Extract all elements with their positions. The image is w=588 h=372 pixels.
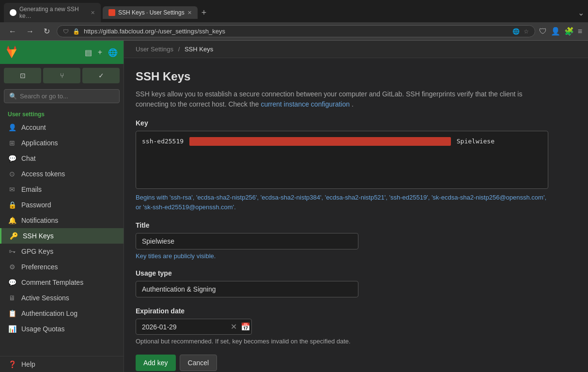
- sidebar-item-access-tokens[interactable]: ⊙ Access tokens: [0, 166, 124, 182]
- app: ▤ + 🌐 ⊡ ⑂ ✓ 🔍 Search or go to... User se…: [0, 41, 588, 372]
- ssh-keys-icon: 🔑: [9, 232, 18, 240]
- date-clear-button[interactable]: ✕: [231, 322, 237, 331]
- issues-tool-button[interactable]: ✓: [82, 68, 120, 83]
- sidebar-item-emails[interactable]: ✉ Emails: [0, 182, 124, 197]
- password-icon: 🔒: [8, 201, 16, 209]
- breadcrumb-parent-link[interactable]: User Settings: [136, 46, 173, 53]
- breadcrumb: User Settings / SSH Keys: [124, 41, 588, 58]
- sidebar-items-container: 👤 Account ⊞ Applications 💬 Chat ⊙ Access…: [0, 120, 124, 337]
- title-section: Title Key titles are publicly visible.: [136, 221, 548, 260]
- expiration-hint: Optional but recommended. If set, key be…: [136, 338, 548, 345]
- breadcrumb-current: SSH Keys: [185, 46, 213, 53]
- notifications-icon: 🔔: [8, 217, 16, 224]
- sidebar-item-account[interactable]: 👤 Account: [0, 120, 124, 135]
- tab-1[interactable]: Generating a new SSH ke… ✕: [4, 3, 101, 22]
- applications-icon: ⊞: [8, 139, 16, 147]
- sidebar: ▤ + 🌐 ⊡ ⑂ ✓ 🔍 Search or go to... User se…: [0, 41, 124, 372]
- tab-1-close[interactable]: ✕: [91, 10, 95, 16]
- sidebar-item-gpg-keys-label: GPG Keys: [21, 248, 53, 255]
- comment-templates-icon: 💬: [8, 279, 16, 286]
- sidebar-help-label: Help: [21, 360, 35, 368]
- refresh-button[interactable]: ↻: [41, 26, 53, 37]
- key-section: Key ssh-ed25519 Spielwiese Begins with '…: [136, 119, 548, 212]
- sidebar-item-authentication-log[interactable]: 📋 Authentication Log: [0, 306, 124, 321]
- date-calendar-button[interactable]: 📅: [241, 322, 250, 331]
- usage-quotas-icon: 📊: [8, 325, 16, 333]
- sidebar-item-preferences[interactable]: ⚙ Preferences: [0, 259, 124, 275]
- main-content: User Settings / SSH Keys SSH Keys SSH ke…: [124, 41, 588, 372]
- shield-icon: 🛡: [63, 28, 69, 35]
- tab-2-close[interactable]: ✕: [187, 10, 192, 16]
- sidebar-item-applications[interactable]: ⊞ Applications: [0, 135, 124, 151]
- tab-2-title: SSH Keys · User Settings: [118, 9, 185, 16]
- usage-type-select[interactable]: Authentication & Signing Authentication …: [136, 281, 358, 297]
- page-description: SSH keys allow you to establish a secure…: [136, 89, 548, 109]
- sidebar-item-ssh-keys-label: SSH Keys: [23, 232, 54, 240]
- key-prefix: ssh-ed25519: [142, 138, 184, 145]
- sidebar-section-title: User settings: [0, 107, 124, 120]
- sidebar-item-active-sessions[interactable]: 🖥 Active Sessions: [0, 290, 124, 306]
- gpg-keys-icon: 🗝: [8, 248, 16, 255]
- title-label: Title: [136, 221, 548, 229]
- address-bar[interactable]: 🛡 🔒 🌐 ☆: [57, 25, 535, 37]
- tab-2[interactable]: SSH Keys · User Settings ✕: [103, 6, 198, 19]
- date-input-wrapper[interactable]: ✕ 📅: [136, 319, 252, 335]
- add-key-button[interactable]: Add key: [136, 355, 176, 371]
- sidebar-globe-button[interactable]: 🌐: [106, 46, 120, 59]
- account-action-icon[interactable]: 👤: [551, 27, 560, 36]
- key-redacted-value: [189, 137, 451, 146]
- usage-type-section: Usage type Authentication & Signing Auth…: [136, 269, 548, 297]
- create-tool-button[interactable]: ⊡: [4, 68, 41, 83]
- sidebar-item-gpg-keys[interactable]: 🗝 GPG Keys: [0, 244, 124, 259]
- sidebar-item-notifications[interactable]: 🔔 Notifications: [0, 213, 124, 228]
- tab-bar: Generating a new SSH ke… ✕ SSH Keys · Us…: [0, 0, 588, 22]
- access-tokens-icon: ⊙: [8, 170, 16, 178]
- title-input[interactable]: [136, 233, 358, 249]
- new-tab-button[interactable]: +: [200, 8, 209, 18]
- expiration-date-input[interactable]: [142, 323, 227, 331]
- cancel-button[interactable]: Cancel: [180, 355, 217, 371]
- sidebar-item-notifications-label: Notifications: [21, 217, 58, 224]
- usage-type-label: Usage type: [136, 269, 548, 277]
- account-icon: 👤: [8, 124, 16, 131]
- sidebar-header-actions: ▤ + 🌐: [83, 46, 120, 59]
- chat-icon: 💬: [8, 155, 16, 162]
- sidebar-item-chat[interactable]: 💬 Chat: [0, 151, 124, 166]
- sidebar-item-ssh-keys[interactable]: 🔑 SSH Keys: [0, 228, 124, 244]
- sidebar-item-preferences-label: Preferences: [21, 263, 58, 271]
- key-display-area[interactable]: ssh-ed25519 Spielwiese: [136, 131, 548, 189]
- sidebar-item-password-label: Password: [21, 201, 51, 209]
- expiration-label: Expiration date: [136, 307, 548, 315]
- browser-chrome: Generating a new SSH ke… ✕ SSH Keys · Us…: [0, 0, 588, 41]
- sidebar-create-button[interactable]: +: [96, 46, 104, 59]
- tab-overflow-button[interactable]: ⌄: [578, 8, 584, 17]
- sidebar-toggle-button[interactable]: ▤: [83, 46, 94, 59]
- emails-icon: ✉: [8, 186, 16, 193]
- title-hint: Key titles are publicly visible.: [136, 252, 548, 260]
- forward-button[interactable]: →: [23, 26, 37, 37]
- menu-button[interactable]: ≡: [578, 27, 582, 36]
- key-suffix: Spielwiese: [457, 138, 495, 145]
- key-hint-text: Begins with 'ssh-rsa', 'ecdsa-sha2-nistp…: [136, 193, 548, 212]
- sidebar-item-access-tokens-label: Access tokens: [21, 170, 65, 178]
- sidebar-item-comment-templates[interactable]: 💬 Comment Templates: [0, 275, 124, 290]
- lock-icon: 🔒: [73, 28, 80, 35]
- extensions-icon[interactable]: 🧩: [564, 27, 574, 36]
- url-input[interactable]: [84, 28, 509, 35]
- help-icon: ❓: [8, 360, 16, 368]
- merge-requests-tool-button[interactable]: ⑂: [43, 68, 80, 83]
- star-icon[interactable]: ☆: [524, 28, 529, 35]
- nav-actions: 🛡 👤 🧩 ≡: [539, 27, 582, 36]
- sidebar-item-applications-label: Applications: [21, 139, 58, 147]
- sidebar-item-help[interactable]: ❓ Help: [0, 356, 124, 372]
- sidebar-item-usage-quotas[interactable]: 📊 Usage Quotas: [0, 321, 124, 337]
- sidebar-item-comment-templates-label: Comment Templates: [21, 279, 83, 286]
- sidebar-search[interactable]: 🔍 Search or go to...: [4, 89, 120, 103]
- sidebar-header: ▤ + 🌐: [0, 41, 124, 64]
- instance-config-link[interactable]: current instance configuration: [261, 100, 350, 108]
- back-button[interactable]: ←: [6, 26, 19, 37]
- tab-1-title: Generating a new SSH ke…: [19, 6, 88, 19]
- sidebar-item-password[interactable]: 🔒 Password: [0, 197, 124, 213]
- sidebar-item-usage-quotas-label: Usage Quotas: [21, 325, 65, 333]
- shield-action-icon[interactable]: 🛡: [539, 27, 547, 36]
